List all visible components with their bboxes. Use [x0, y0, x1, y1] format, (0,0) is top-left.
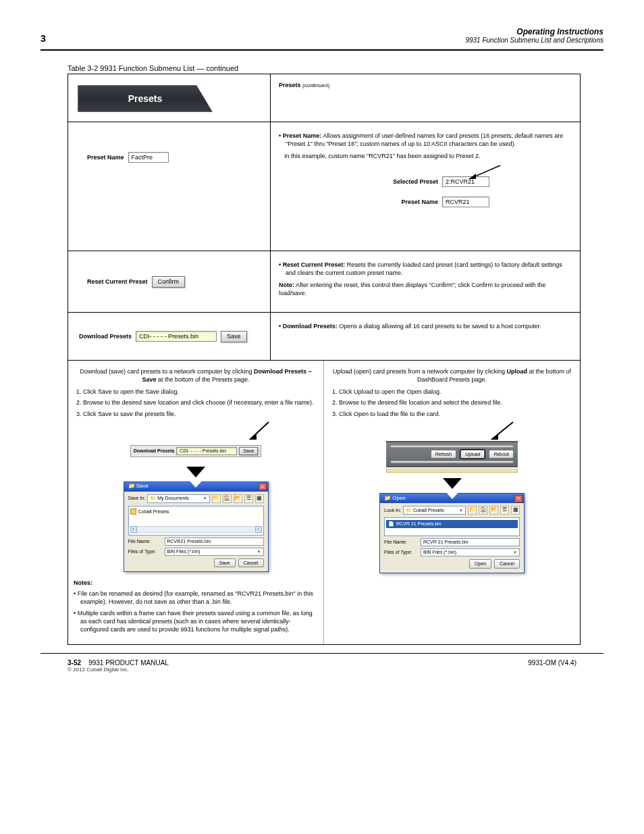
- chevron-down-icon: ▼: [513, 550, 517, 555]
- dl-field[interactable]: CDI- - - - - Presets.bin: [176, 447, 237, 455]
- close-icon[interactable]: ×: [514, 495, 522, 502]
- list-item: Click Save to save the presets file.: [83, 410, 318, 418]
- page-number: 3-52: [68, 659, 81, 667]
- bullet-label: • Reset Current Preset:: [279, 261, 345, 268]
- dl-save-button[interactable]: Save: [239, 447, 258, 455]
- confirm-button[interactable]: Confirm: [152, 276, 186, 288]
- function-table: Presets Presets (continued) Preset Name …: [68, 74, 581, 645]
- save-dialog: 📁 Save × Save In: 📁 My Documents ▼: [124, 481, 269, 572]
- folder-icon: [130, 509, 136, 515]
- list-item: Click Save to open the Save dialog.: [83, 388, 318, 396]
- up-folder-icon[interactable]: 📁: [212, 494, 221, 503]
- selected-preset-block: Selected Preset 2:RCVR21 Preset Name RCV…: [361, 174, 489, 210]
- svg-line-2: [250, 422, 269, 440]
- up-folder-icon[interactable]: 📁: [468, 506, 477, 515]
- list-item: Browse to the desired file location and …: [339, 398, 574, 407]
- new-folder-icon[interactable]: 📂: [489, 506, 498, 515]
- right-heading: Presets: [279, 82, 301, 88]
- list-item: Click Open to load the file to the card.: [339, 410, 574, 418]
- save-in-label: Save In:: [128, 495, 146, 501]
- file-type-combo[interactable]: BIN Files (*.bin)▼: [165, 548, 264, 556]
- table-row: Presets Presets (continued): [68, 74, 580, 122]
- scroll-left-icon[interactable]: ‹: [130, 526, 137, 533]
- dialog-save-button[interactable]: Save: [214, 558, 236, 567]
- chevron-down-icon: ▼: [459, 508, 463, 513]
- table-row: Preset Name FactPre • Preset Name: Allow…: [68, 122, 580, 251]
- dialog-cancel-button[interactable]: Cancel: [494, 559, 520, 568]
- details-view-icon[interactable]: ▦: [255, 494, 264, 503]
- bullet-label: • Preset Name:: [279, 132, 321, 139]
- folder-icon: 📁: [150, 496, 156, 500]
- home-icon[interactable]: 🏠: [479, 506, 487, 515]
- bullet-text: Opens a dialog allowing all 16 card pres…: [338, 323, 541, 330]
- upload-procedure-heading: Upload (open) card presets from a networ…: [333, 368, 571, 383]
- file-type-label: Files of Type:: [384, 549, 418, 555]
- folder-icon: 📁: [128, 483, 135, 489]
- reset-current-label: Reset Current Preset: [87, 278, 148, 285]
- dialog-open-button[interactable]: Open: [469, 559, 491, 568]
- file-icon: 📄: [388, 521, 394, 527]
- presets-header-tab: Presets: [78, 85, 213, 112]
- table-caption: Table 3-2 9931 Function Submenu List — c…: [68, 64, 603, 72]
- dialog-title: Open: [392, 495, 406, 501]
- look-in-combo[interactable]: 📁 Cobalt Presets ▼: [403, 506, 466, 515]
- file-type-combo[interactable]: BIN Files (*.bin)▼: [421, 548, 520, 556]
- save-in-combo[interactable]: 📁 My Documents ▼: [147, 494, 209, 503]
- table-row: Download (save) card presets to a networ…: [68, 360, 580, 644]
- file-name-input[interactable]: RCVR21 Presets.bin: [165, 538, 264, 546]
- divider: [41, 49, 603, 51]
- header-subtitle: 9931 Function Submenu List and Descripti…: [465, 36, 603, 44]
- notes-label: Notes:: [74, 579, 92, 586]
- bullet-text: Allows assignment of user-defined names …: [286, 132, 563, 147]
- list-item: Browse to the desired save location and …: [83, 398, 318, 407]
- svg-line-4: [491, 422, 513, 440]
- chapter-number: 3: [41, 33, 46, 44]
- selected-file-item[interactable]: 📄RCVR 21 Presets.bin: [386, 520, 518, 527]
- doc-version: 9931-OM (V4.4): [528, 659, 576, 673]
- preset-name-input[interactable]: FactPre: [128, 152, 169, 163]
- new-folder-icon[interactable]: 📂: [234, 494, 242, 503]
- save-steps-list: Click Save to open the Save dialog. Brow…: [83, 388, 318, 417]
- note-item: • Multiple cards within a frame can have…: [80, 609, 318, 633]
- scroll-right-icon[interactable]: ›: [255, 526, 262, 533]
- preset-name-label: Preset Name: [87, 154, 124, 161]
- look-in-label: Look In:: [384, 507, 401, 513]
- header-title: Operating Instructions: [465, 27, 603, 36]
- continued-tag: (continued): [302, 82, 329, 88]
- down-arrow-icon: [186, 467, 205, 477]
- reboot-button[interactable]: Reboot: [489, 450, 514, 459]
- file-name-input[interactable]: RCVR 21 Presets.bin: [421, 538, 520, 546]
- presets-tab-label: Presets: [128, 93, 163, 104]
- file-pane[interactable]: Cobalt Presets ‹ ›: [128, 506, 264, 536]
- list-view-icon[interactable]: ☰: [500, 506, 509, 515]
- details-view-icon[interactable]: ▦: [511, 506, 520, 515]
- annotation-arrow: [479, 421, 520, 445]
- dialog-title: Save: [136, 483, 149, 489]
- page-header: 3 Operating Instructions 9931 Function S…: [41, 27, 603, 48]
- home-icon[interactable]: 🏠: [223, 494, 232, 503]
- dialog-cancel-button[interactable]: Cancel: [238, 558, 264, 567]
- folder-item[interactable]: Cobalt Presets: [130, 509, 262, 515]
- selected-preset-label: Selected Preset: [393, 178, 438, 186]
- save-button[interactable]: Save: [221, 331, 247, 342]
- note-text: After entering the reset, this control t…: [279, 282, 546, 296]
- file-name-label: File Name:: [384, 539, 418, 545]
- example-text: In this example, custom name "RCVR21" ha…: [284, 152, 572, 160]
- page-footer: 3-52 9931 PRODUCT MANUAL © 2012 Cobalt D…: [68, 659, 576, 673]
- download-filename-field[interactable]: CDI- - - - - Presets.bin: [136, 331, 217, 342]
- download-presets-label: Download Presets: [79, 333, 132, 340]
- refresh-button[interactable]: Refresh: [431, 450, 457, 459]
- list-view-icon[interactable]: ☰: [244, 494, 253, 503]
- close-icon[interactable]: ×: [259, 483, 267, 490]
- copyright: © 2012 Cobalt Digital Inc.: [68, 667, 169, 673]
- upload-button[interactable]: Upload: [460, 450, 485, 459]
- scrollbar-track[interactable]: [137, 526, 255, 533]
- preset-name-value2[interactable]: RCVR21: [442, 197, 489, 207]
- dl-label: Download Presets: [134, 448, 175, 454]
- file-pane[interactable]: 📄RCVR 21 Presets.bin: [384, 517, 520, 536]
- folder-icon: 📁: [384, 495, 391, 501]
- preset-name-label2: Preset Name: [401, 198, 438, 206]
- down-arrow-icon: [443, 478, 462, 489]
- save-procedure-heading: Download (save) card presets to a networ…: [80, 368, 311, 383]
- file-type-label: Files of Type:: [128, 548, 162, 554]
